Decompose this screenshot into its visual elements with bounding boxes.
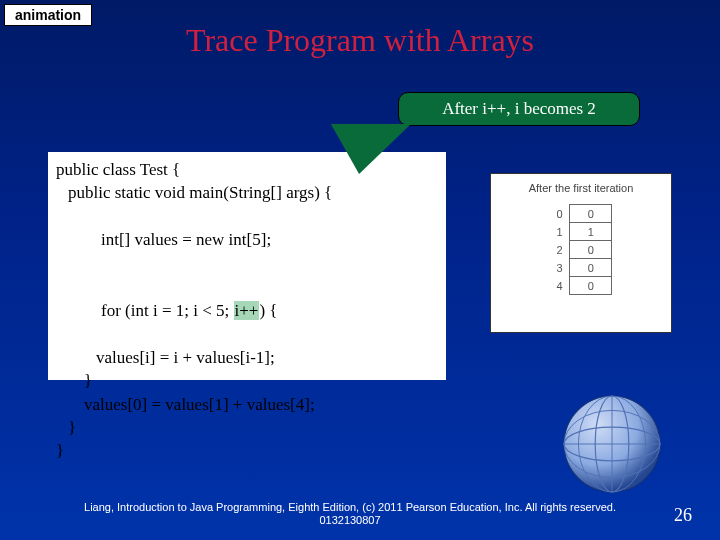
code-line: }	[56, 416, 438, 439]
array-value: 0	[570, 205, 612, 223]
code-panel: public class Test { public static void m…	[48, 152, 446, 380]
table-row: 20	[550, 241, 612, 259]
callout-text: After i++, i becomes 2	[442, 99, 596, 119]
array-index: 2	[550, 241, 570, 259]
footer-citation: Liang, Introduction to Java Programming,…	[60, 501, 640, 529]
code-text: new int[5];	[196, 230, 271, 249]
table-row: 11	[550, 223, 612, 241]
array-index: 4	[550, 277, 570, 295]
code-line: values[0] = values[1] + values[4];	[56, 393, 438, 416]
page-number: 26	[674, 505, 692, 526]
callout-tail	[331, 124, 429, 174]
code-highlight: i++	[234, 301, 260, 320]
code-line: values[i] = i + values[i-1];	[56, 346, 438, 369]
table-row: 30	[550, 259, 612, 277]
array-index: 1	[550, 223, 570, 241]
array-value: 0	[570, 277, 612, 295]
code-line: public static void main(String[] args) {	[56, 181, 438, 204]
code-text: int[] values =	[101, 230, 196, 249]
code-line: }	[56, 369, 438, 392]
slide-title: Trace Program with Arrays	[0, 22, 720, 59]
callout-bubble: After i++, i becomes 2	[398, 92, 640, 126]
array-state-panel: After the first iteration 00 11 20 30 40	[490, 173, 672, 333]
table-row: 00	[550, 205, 612, 223]
globe-icon	[552, 384, 672, 504]
array-value: 0	[570, 259, 612, 277]
array-value: 0	[570, 241, 612, 259]
array-caption: After the first iteration	[501, 182, 661, 194]
array-value: 1	[570, 223, 612, 241]
table-row: 40	[550, 277, 612, 295]
code-line: int[] values = new int[5];	[56, 205, 438, 275]
code-text: for (int i = 1; i < 5;	[101, 301, 234, 320]
code-line: for (int i = 1; i < 5; i++) {	[56, 275, 438, 345]
array-table: 00 11 20 30 40	[550, 204, 613, 295]
code-text: ) {	[259, 301, 277, 320]
code-line: }	[56, 439, 438, 462]
array-index: 0	[550, 205, 570, 223]
array-index: 3	[550, 259, 570, 277]
